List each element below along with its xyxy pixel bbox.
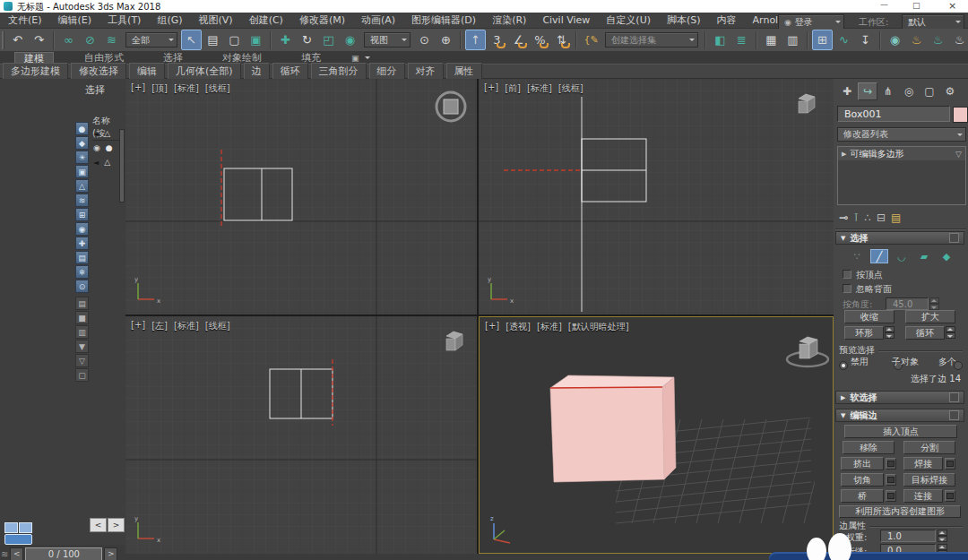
panel-geometry-all[interactable]: 几何体(全部)	[168, 63, 241, 80]
viewport-perspective-canvas[interactable]: z	[480, 317, 833, 553]
filter-hidden-icon[interactable]: ⊙	[75, 280, 89, 293]
menu-group[interactable]: 组(G)	[149, 13, 190, 29]
viewport-shading-label[interactable]: [默认明暗处理]	[568, 321, 629, 333]
ignore-backfacing-checkbox[interactable]	[843, 284, 851, 293]
preview-disable-radio[interactable]	[839, 361, 848, 370]
viewport-layout-tab-icon[interactable]	[4, 522, 33, 545]
preview-subobj-label[interactable]: 子对象	[892, 356, 919, 368]
curve-editor-icon[interactable]: ∿	[834, 30, 854, 50]
filter-space-warps-icon[interactable]: ≋	[75, 194, 89, 207]
weight-spinner[interactable]	[938, 530, 947, 542]
filter-groups-icon[interactable]: ⊞	[75, 208, 89, 221]
ring-button[interactable]: 环形	[844, 326, 884, 340]
percent-snap-icon[interactable]: %	[530, 30, 550, 50]
filter-bones-icon[interactable]: ✚	[75, 237, 89, 250]
rollup-icon[interactable]	[949, 233, 959, 243]
viewport-top[interactable]: [+] [顶] [标准] [线框]	[125, 79, 477, 314]
menu-scripting[interactable]: 脚本(S)	[659, 13, 709, 29]
spinner-snap-icon[interactable]: ⇅	[551, 30, 572, 50]
ribbon-display-toggle[interactable]: ▣	[351, 54, 370, 63]
keyboard-shortcut-override-icon[interactable]: ↑	[465, 30, 486, 50]
object-color-swatch[interactable]	[953, 107, 968, 123]
menu-civil-view[interactable]: Civil View	[534, 13, 598, 29]
weight-field[interactable]: 1.0	[880, 530, 936, 542]
explorer-filter-config-icon[interactable]: ▼	[75, 340, 89, 353]
viewport-menu-plus[interactable]: [+]	[485, 321, 499, 333]
schematic-view-icon[interactable]: ↧	[855, 30, 876, 50]
menu-tools[interactable]: 工具(T)	[99, 13, 149, 29]
grow-button[interactable]: 扩大	[905, 310, 955, 323]
menu-file[interactable]: 文件(E)	[0, 13, 50, 29]
filter-containers-icon[interactable]: ▤	[75, 251, 89, 264]
viewport-left-canvas[interactable]: x y	[125, 316, 477, 554]
viewport-standard-label[interactable]: [标准]	[537, 321, 562, 333]
tab-motion[interactable]: ◎	[899, 82, 919, 100]
create-shape-button[interactable]: 利用所选内容创建图形	[839, 505, 961, 518]
undo-icon[interactable]: ↶	[7, 30, 28, 50]
explorer-box-icon[interactable]: ▢	[75, 368, 89, 382]
layer-explorer-icon[interactable]: ▦	[761, 30, 782, 50]
viewport-menu-plus[interactable]: [+]	[484, 82, 498, 95]
list-item[interactable]: ◄ △	[93, 129, 110, 138]
viewport-standard-label[interactable]: [标准]	[527, 82, 552, 95]
rollout-selection[interactable]: ▼ 选择	[835, 231, 964, 245]
explorer-filter-icon[interactable]: ▽	[75, 354, 89, 367]
tab-create[interactable]: ✚	[837, 82, 857, 100]
close-button[interactable]: ×	[948, 0, 956, 12]
shrink-button[interactable]: 收缩	[844, 310, 895, 323]
filter-frozen-icon[interactable]: ❄	[75, 265, 89, 279]
show-end-result-icon[interactable]: ⊺	[853, 211, 859, 224]
select-and-scale-icon[interactable]: ◰	[318, 30, 339, 50]
subobject-edge-icon[interactable]: ╱	[870, 249, 888, 263]
menu-views[interactable]: 视图(V)	[191, 13, 241, 29]
previous-frame-button[interactable]: <	[10, 547, 23, 560]
modifier-stack[interactable]: ▶ 可编辑多边形 ▽	[837, 146, 966, 205]
tab-utilities[interactable]: ⚙	[940, 82, 960, 100]
viewport-standard-label[interactable]: [标准]	[174, 82, 199, 95]
viewport-left[interactable]: [+] [左] [标准] [线框]	[125, 316, 477, 554]
select-by-name-icon[interactable]: ▤	[203, 30, 223, 50]
viewport-perspective[interactable]: [+] [透视] [标准] [默认明暗处理]	[479, 316, 834, 554]
next-frame-button[interactable]: >	[104, 547, 117, 560]
split-button[interactable]: 分割	[903, 441, 955, 454]
viewport-pov-label[interactable]: [顶]	[151, 82, 168, 95]
filter-xrefs-icon[interactable]: ◉	[75, 222, 89, 236]
viewport-front[interactable]: [+] [前] [标准] [线框]	[479, 79, 834, 314]
select-and-manipulate-icon[interactable]: ⊕	[436, 30, 456, 50]
rollout-soft-selection[interactable]: ▶ 软选择	[835, 391, 964, 404]
preview-disable-label[interactable]: 禁用	[851, 356, 869, 368]
viewport-front-canvas[interactable]: x y	[479, 79, 834, 314]
viewport-shading-label[interactable]: [线框]	[205, 320, 230, 332]
extrude-button[interactable]: 挤出	[841, 457, 884, 470]
viewport-pov-label[interactable]: [透视]	[506, 321, 531, 333]
render-setup-icon[interactable]: ♨	[906, 30, 927, 50]
loop-button[interactable]: 循环	[905, 326, 945, 340]
unlink-selection-icon[interactable]: ⊘	[80, 30, 100, 50]
target-weld-button[interactable]: 目标焊接	[903, 473, 955, 487]
select-and-place-icon[interactable]: ◉	[340, 30, 360, 50]
material-editor-icon[interactable]: ◉	[885, 30, 905, 50]
select-and-link-icon[interactable]: ∞	[58, 30, 79, 50]
chamfer-button[interactable]: 切角	[841, 473, 884, 487]
configure-modifier-sets-icon[interactable]: ▤	[891, 211, 901, 224]
modifier-list-dropdown[interactable]: 修改器列表	[837, 127, 966, 142]
menu-edit[interactable]: 编辑(E)	[50, 13, 100, 29]
make-unique-icon[interactable]: ∴	[864, 211, 871, 224]
viewport-top-canvas[interactable]: x y	[125, 79, 477, 314]
by-vertex-label[interactable]: 按顶点	[856, 269, 883, 281]
bridge-settings-button[interactable]	[886, 490, 896, 502]
bridge-button[interactable]: 桥	[841, 489, 884, 503]
crossing-selection-icon[interactable]: ▣	[246, 30, 266, 50]
panel-loops[interactable]: 循环	[272, 63, 308, 80]
edit-named-selection-sets-icon[interactable]: {✎	[581, 30, 601, 50]
panel-tris[interactable]: 三角剖分	[311, 63, 367, 80]
by-angle-spinner[interactable]	[929, 297, 939, 310]
viewport-shading-label[interactable]: [线框]	[558, 82, 583, 95]
viewport-menu-plus[interactable]: [+]	[131, 320, 145, 332]
named-selection-sets-dropdown[interactable]: 创建选择集	[605, 32, 698, 47]
angle-snap-icon[interactable]: ∠	[508, 30, 529, 50]
menu-customize[interactable]: 自定义(U)	[598, 13, 659, 29]
snap-toggle-3d-icon[interactable]: 3	[487, 30, 507, 50]
list-item[interactable]: ◉ ●	[93, 143, 113, 152]
filter-shapes-icon[interactable]: ◆	[75, 136, 89, 150]
